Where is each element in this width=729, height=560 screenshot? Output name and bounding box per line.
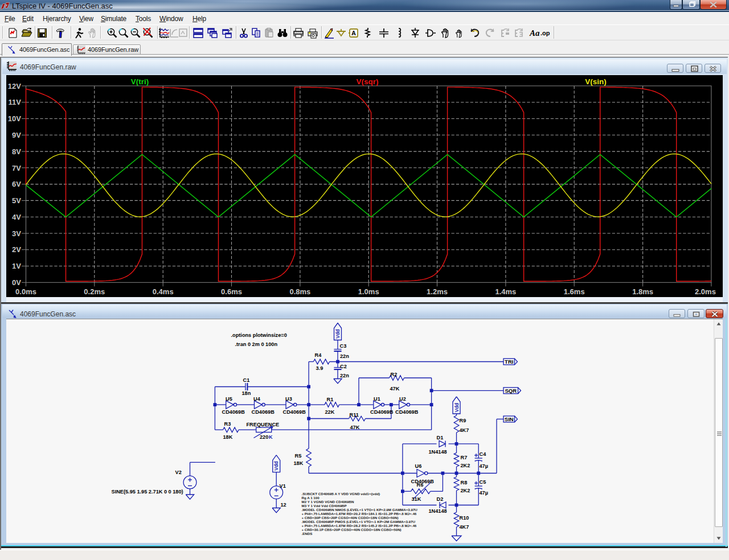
svg-text:C2: C2 xyxy=(340,364,347,369)
svg-text:1.8ms: 1.8ms xyxy=(632,287,653,296)
svg-text:C1: C1 xyxy=(243,377,249,383)
svg-text:K: K xyxy=(269,434,273,440)
svg-text:+ CBD=30P CBS=20P CGSO=40N CGD: + CBD=30P CBS=20P CGSO=40N CGDO=18N CGBO… xyxy=(301,516,398,520)
svg-text:D2: D2 xyxy=(436,496,443,502)
svg-text:C4: C4 xyxy=(479,451,486,457)
svg-text:R6: R6 xyxy=(416,482,423,488)
svg-text:V(sqr): V(sqr) xyxy=(356,77,378,85)
svg-text:CD4069B: CD4069B xyxy=(222,409,245,415)
svg-text:1.0ms: 1.0ms xyxy=(358,287,379,296)
svg-text:R3: R3 xyxy=(224,421,231,427)
svg-text:R10: R10 xyxy=(459,515,469,521)
svg-text:1V: 1V xyxy=(12,262,21,270)
svg-text:U2: U2 xyxy=(399,396,406,402)
svg-text:SINE(5.95 1.95 2.71K 0 0 180): SINE(5.95 1.95 2.71K 0 0 180) xyxy=(111,489,183,495)
svg-text:1.2ms: 1.2ms xyxy=(427,287,448,296)
svg-text:M3 Y 1 Vdd Vdd CD4069BP: M3 Y 1 Vdd Vdd CD4069BP xyxy=(301,504,346,508)
svg-text:C5: C5 xyxy=(479,479,486,485)
svg-text:0.6ms: 0.6ms xyxy=(221,287,242,296)
svg-text:+ CBD=30.1P CBS=20P CGSO=40N C: + CBD=30.1P CBS=20P CGSO=40N CGDO=18N CG… xyxy=(301,528,401,532)
svg-text:C3: C3 xyxy=(339,343,346,349)
svg-text:12V: 12V xyxy=(7,81,21,90)
svg-text:0V: 0V xyxy=(12,278,21,287)
svg-text:U4: U4 xyxy=(253,396,261,402)
svg-text:3V: 3V xyxy=(12,229,21,237)
svg-text:R1: R1 xyxy=(326,397,333,402)
svg-text:12: 12 xyxy=(280,502,286,508)
svg-text:22n: 22n xyxy=(340,353,349,359)
svg-text:2.0ms: 2.0ms xyxy=(695,287,716,296)
svg-text:1.4ms: 1.4ms xyxy=(495,287,516,296)
svg-text:R2: R2 xyxy=(390,372,397,377)
svg-text:D1: D1 xyxy=(436,435,443,440)
svg-text:2K2: 2K2 xyxy=(460,463,470,468)
svg-text:R11: R11 xyxy=(349,412,358,418)
svg-text:220: 220 xyxy=(260,434,268,440)
svg-text:+ PHI=.75 LAMBDA=1.87M RD=28.2: + PHI=.75 LAMBDA=1.87M RD=28.2 RS=145.2 … xyxy=(301,524,416,528)
svg-text:.options plotwinsize=0: .options plotwinsize=0 xyxy=(231,332,286,338)
svg-text:SIN: SIN xyxy=(504,416,513,422)
svg-text:1N4148: 1N4148 xyxy=(428,449,447,455)
svg-text:1.6ms: 1.6ms xyxy=(563,287,584,296)
svg-text:Vdd: Vdd xyxy=(335,329,341,338)
svg-text:CD4069B: CD4069B xyxy=(251,409,275,415)
svg-text:4V: 4V xyxy=(12,212,21,221)
svg-text:+ PHI=.75 LAMBDA=1.87M RD=20.2: + PHI=.75 LAMBDA=1.87M RD=20.2 RS=184.1 … xyxy=(301,512,416,516)
svg-text:R8: R8 xyxy=(460,480,467,485)
svg-text:6V: 6V xyxy=(12,180,21,188)
svg-text:.ENDS: .ENDS xyxy=(301,532,312,536)
svg-text:CD4069B: CD4069B xyxy=(395,409,419,415)
svg-text:V(sin): V(sin) xyxy=(585,77,607,85)
svg-text:A: A xyxy=(351,30,356,36)
svg-text:U6: U6 xyxy=(415,463,421,469)
svg-text:V2: V2 xyxy=(175,470,181,475)
svg-text:0.4ms: 0.4ms xyxy=(152,287,173,296)
svg-text:10V: 10V xyxy=(7,114,21,123)
svg-text:R7: R7 xyxy=(460,455,467,460)
svg-text:R5: R5 xyxy=(294,453,301,459)
svg-text:47µ: 47µ xyxy=(479,463,488,469)
svg-text:0.8ms: 0.8ms xyxy=(289,287,310,296)
svg-text:.SUBCKT CD4069B A Y VDD VGN: .SUBCKT CD4069B A Y VDD VGND vdd1={vdd} xyxy=(301,492,380,496)
svg-text:SQR: SQR xyxy=(505,388,517,394)
svg-text:0.2ms: 0.2ms xyxy=(84,287,105,296)
svg-text:7V: 7V xyxy=(12,163,21,172)
svg-text:47K: 47K xyxy=(350,425,359,430)
svg-text:31K: 31K xyxy=(411,496,421,502)
svg-text:.op: .op xyxy=(540,30,550,36)
svg-text:M2 Y 1 VGND VGND CD4069BN: M2 Y 1 VGND VGND CD4069BN xyxy=(301,500,354,504)
svg-text:18n: 18n xyxy=(241,390,251,396)
svg-text:R9: R9 xyxy=(459,418,466,423)
svg-text:4K7: 4K7 xyxy=(459,524,469,530)
svg-text:R4: R4 xyxy=(314,352,322,358)
svg-text:Vdd: Vdd xyxy=(453,403,459,412)
svg-text:2V: 2V xyxy=(12,245,21,254)
svg-text:U1: U1 xyxy=(374,396,380,402)
svg-text:9V: 9V xyxy=(12,131,21,139)
svg-text:TRI: TRI xyxy=(505,359,514,365)
svg-text:0.0ms: 0.0ms xyxy=(15,287,36,296)
svg-text:5V: 5V xyxy=(12,196,21,205)
svg-text:3.9: 3.9 xyxy=(316,365,323,371)
svg-text:CD4069B: CD4069B xyxy=(282,409,306,415)
svg-text:V(tri): V(tri) xyxy=(130,77,149,85)
svg-text:2K2: 2K2 xyxy=(460,488,470,493)
svg-text:FREQUENCE: FREQUENCE xyxy=(246,422,279,427)
svg-text:22K: 22K xyxy=(325,409,334,415)
svg-text:4K7: 4K7 xyxy=(459,427,469,433)
svg-text:Aa: Aa xyxy=(529,28,540,38)
svg-text:Rg A 1 100: Rg A 1 100 xyxy=(301,496,320,500)
svg-text:.MODEL CD4069BP PMOS (LEVEL=1: .MODEL CD4069BP PMOS (LEVEL=1 VTO=-1 KP=… xyxy=(301,520,415,524)
svg-text:.MODEL CD4069BN NMOS (LEVEL=1: .MODEL CD4069BN NMOS (LEVEL=1 VTO=1 KP=2… xyxy=(301,508,417,512)
svg-text:.tran 0 2m 0 100n: .tran 0 2m 0 100n xyxy=(235,341,277,347)
svg-text:U3: U3 xyxy=(285,396,292,402)
svg-text:18K: 18K xyxy=(223,434,232,440)
svg-text:8V: 8V xyxy=(12,147,21,155)
svg-text:11V: 11V xyxy=(8,98,21,106)
svg-text:47K: 47K xyxy=(390,386,399,392)
svg-text:22n: 22n xyxy=(340,373,349,378)
svg-text:47µ: 47µ xyxy=(479,490,488,496)
svg-text:18K: 18K xyxy=(293,460,303,466)
svg-text:1N4148: 1N4148 xyxy=(428,508,447,514)
svg-text:CD4069B: CD4069B xyxy=(370,409,394,415)
